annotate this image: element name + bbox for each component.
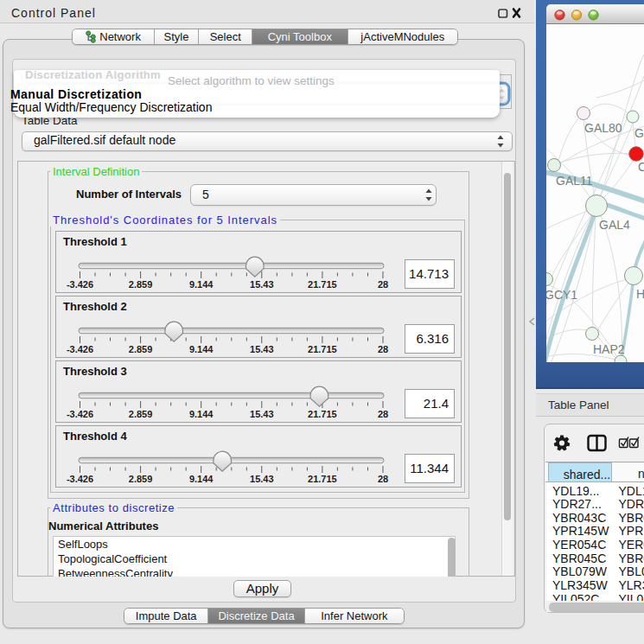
svg-text:-3.426: -3.426: [67, 474, 93, 484]
svg-text:GAL4: GAL4: [599, 218, 630, 232]
svg-text:2.859: 2.859: [129, 344, 153, 354]
svg-text:15.43: 15.43: [250, 474, 274, 484]
svg-text:-3.426: -3.426: [67, 409, 93, 419]
svg-text:21.715: 21.715: [308, 344, 337, 354]
svg-text:GAL11: GAL11: [556, 174, 593, 188]
svg-text:28: 28: [378, 344, 388, 354]
svg-text:2.859: 2.859: [129, 409, 153, 419]
svg-text:21.715: 21.715: [308, 409, 337, 419]
svg-text:28: 28: [378, 409, 388, 419]
svg-text:21.715: 21.715: [308, 474, 337, 484]
svg-text:HAP2: HAP2: [593, 342, 625, 356]
svg-text:9.144: 9.144: [189, 474, 214, 484]
svg-text:2.859: 2.859: [129, 474, 153, 484]
svg-text:-3.426: -3.426: [67, 344, 93, 354]
svg-text:15.43: 15.43: [250, 344, 274, 354]
svg-text:9.144: 9.144: [189, 409, 214, 419]
svg-text:-3.426: -3.426: [67, 279, 93, 290]
svg-text:GAL: GAL: [634, 126, 644, 140]
svg-text:15.43: 15.43: [250, 409, 274, 419]
svg-text:21.715: 21.715: [308, 279, 337, 290]
svg-text:28: 28: [378, 279, 388, 290]
svg-text:H: H: [636, 287, 644, 301]
svg-text:GAL80: GAL80: [584, 121, 622, 135]
svg-text:GCY1: GCY1: [546, 288, 577, 302]
svg-text:9.144: 9.144: [189, 279, 214, 290]
svg-text:28: 28: [378, 474, 388, 484]
svg-text:9.144: 9.144: [189, 344, 214, 354]
svg-text:C: C: [638, 160, 644, 174]
svg-text:2.859: 2.859: [129, 279, 153, 290]
svg-text:15.43: 15.43: [250, 279, 274, 290]
